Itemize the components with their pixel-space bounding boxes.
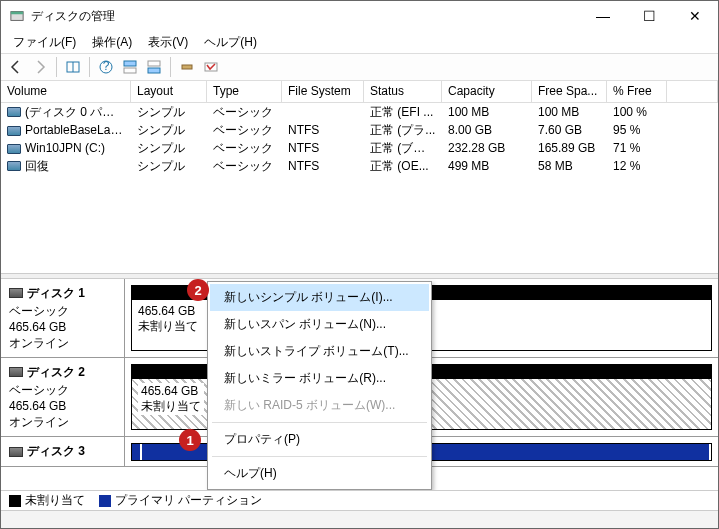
volume-header: Volume Layout Type File System Status Ca… [1,81,718,103]
list-top-icon[interactable] [119,56,141,78]
disk-title: ディスク 2 [27,364,85,380]
volume-list[interactable]: (ディスク 0 パーティシ...シンプルベーシック正常 (EFI ...100 … [1,103,718,273]
menu-view[interactable]: 表示(V) [140,32,196,53]
disk-info[interactable]: ディスク 1 ベーシック 465.64 GB オンライン [1,279,125,357]
drive-icon [7,144,21,154]
disk-type: ベーシック [9,303,116,319]
forward-icon[interactable] [29,56,51,78]
ctx-help[interactable]: ヘルプ(H) [210,460,429,487]
separator [212,456,427,457]
disk-type: ベーシック [9,382,116,398]
disk-size: 465.64 GB [9,398,116,414]
col-layout[interactable]: Layout [131,81,207,102]
disk-status: オンライン [9,335,116,351]
separator [89,57,90,77]
disk-icon [9,288,23,298]
back-icon[interactable] [5,56,27,78]
window-title: ディスクの管理 [31,8,580,25]
menu-help[interactable]: ヘルプ(H) [196,32,265,53]
annotation-2: 2 [187,279,209,301]
statusbar [1,510,718,528]
ctx-new-stripe-volume[interactable]: 新しいストライプ ボリューム(T)... [210,338,429,365]
settings-icon[interactable] [176,56,198,78]
partition-size: 465.64 GB [141,384,201,399]
col-pct[interactable]: % Free [607,81,667,102]
svg-rect-1 [11,12,23,15]
drive-icon [7,126,21,136]
volume-row[interactable]: 回復シンプルベーシックNTFS正常 (OE...499 MB58 MB12 % [1,157,718,175]
col-status[interactable]: Status [364,81,442,102]
ctx-new-simple-volume[interactable]: 新しいシンプル ボリューム(I)... [210,284,429,311]
ctx-properties[interactable]: プロパティ(P) [210,426,429,453]
svg-text:?: ? [103,59,110,73]
list-bottom-icon[interactable] [143,56,165,78]
drive-icon [7,161,21,171]
partition-status: 未割り当て [138,319,198,334]
svg-rect-7 [124,68,136,73]
volume-row[interactable]: PortableBaseLayerシンプルベーシックNTFS正常 (プラ...8… [1,121,718,139]
separator [212,422,427,423]
disk-area: ディスク 1 ベーシック 465.64 GB オンライン 465.64 GB 未… [1,279,718,490]
legend-primary: プライマリ パーティション [99,492,262,509]
app-icon [9,8,25,24]
maximize-button[interactable]: ☐ [626,1,672,31]
col-fs[interactable]: File System [282,81,364,102]
context-menu: 新しいシンプル ボリューム(I)... 新しいスパン ボリューム(N)... 新… [207,281,432,490]
separator [170,57,171,77]
close-button[interactable]: ✕ [672,1,718,31]
disk-size: 465.64 GB [9,319,116,335]
col-volume[interactable]: Volume [1,81,131,102]
menubar: ファイル(F) 操作(A) 表示(V) ヘルプ(H) [1,31,718,53]
menu-file[interactable]: ファイル(F) [5,32,84,53]
view-split-icon[interactable] [62,56,84,78]
disk-info[interactable]: ディスク 3 [1,437,125,466]
ctx-new-raid5-volume: 新しい RAID-5 ボリューム(W)... [210,392,429,419]
help-icon[interactable]: ? [95,56,117,78]
col-free[interactable]: Free Spa... [532,81,607,102]
disk-info[interactable]: ディスク 2 ベーシック 465.64 GB オンライン [1,358,125,436]
col-spacer [667,81,718,102]
col-type[interactable]: Type [207,81,282,102]
ctx-new-span-volume[interactable]: 新しいスパン ボリューム(N)... [210,311,429,338]
ctx-new-mirror-volume[interactable]: 新しいミラー ボリューム(R)... [210,365,429,392]
legend-swatch-black [9,495,21,507]
titlebar: ディスクの管理 — ☐ ✕ [1,1,718,31]
legend-swatch-blue [99,495,111,507]
disk-status: オンライン [9,414,116,430]
volume-row[interactable]: Win10JPN (C:)シンプルベーシックNTFS正常 (ブート...232.… [1,139,718,157]
partition-status: 未割り当て [141,399,201,414]
svg-rect-6 [124,61,136,66]
svg-rect-8 [148,61,160,66]
separator [56,57,57,77]
window-buttons: — ☐ ✕ [580,1,718,31]
view-icon[interactable] [200,56,222,78]
minimize-button[interactable]: — [580,1,626,31]
disk-title: ディスク 3 [27,443,85,460]
disk-icon [9,367,23,377]
annotation-1: 1 [179,429,201,451]
legend: 未割り当て プライマリ パーティション [1,490,718,510]
disk-title: ディスク 1 [27,285,85,301]
svg-rect-10 [182,65,192,69]
col-capacity[interactable]: Capacity [442,81,532,102]
drive-icon [7,107,21,117]
disk-icon [9,447,23,457]
svg-rect-9 [148,68,160,73]
legend-unallocated: 未割り当て [9,492,85,509]
menu-action[interactable]: 操作(A) [84,32,140,53]
toolbar: ? [1,53,718,81]
volume-row[interactable]: (ディスク 0 パーティシ...シンプルベーシック正常 (EFI ...100 … [1,103,718,121]
partition-size: 465.64 GB [138,304,198,319]
